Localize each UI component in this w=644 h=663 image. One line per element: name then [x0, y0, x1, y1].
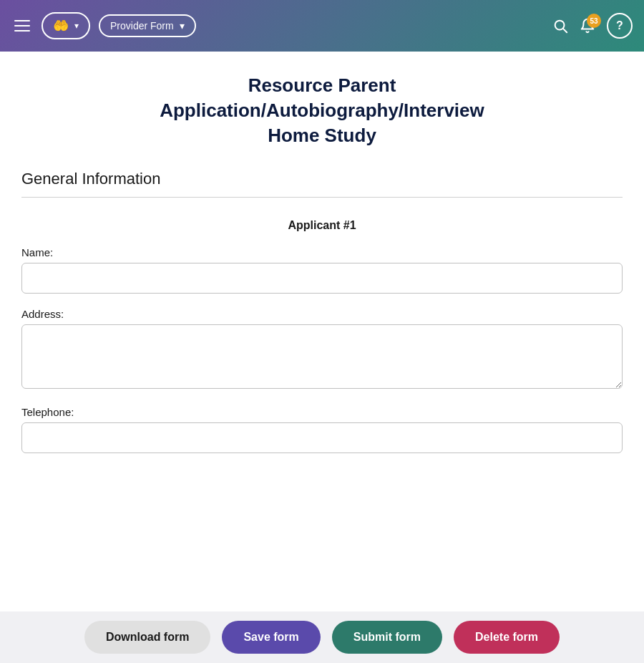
header-right: 53 ?	[552, 13, 633, 39]
notifications-button[interactable]: 53	[580, 18, 595, 34]
applicant-label: Applicant #1	[21, 219, 623, 232]
app-header: 🤲 ▾ Provider Form ▾ 53 ?	[0, 0, 644, 52]
submit-form-button[interactable]: Submit form	[332, 621, 442, 654]
download-form-button[interactable]: Download form	[84, 621, 210, 654]
name-label: Name:	[21, 246, 623, 258]
logo-button[interactable]: 🤲 ▾	[42, 12, 90, 39]
provider-form-button[interactable]: Provider Form ▾	[99, 14, 196, 37]
help-button[interactable]: ?	[607, 13, 633, 39]
name-input[interactable]	[21, 263, 623, 294]
name-field-group: Name:	[21, 246, 623, 294]
telephone-input[interactable]	[21, 422, 623, 453]
telephone-label: Telephone:	[21, 406, 623, 418]
section-title: General Information	[21, 170, 623, 188]
notification-badge: 53	[587, 14, 601, 28]
action-bar: Download form Save form Submit form Dele…	[0, 611, 644, 663]
main-content: Resource Parent Application/Autobiograph…	[0, 52, 644, 611]
hamburger-menu-button[interactable]	[11, 17, 33, 34]
svg-line-1	[563, 29, 567, 32]
help-label: ?	[616, 19, 623, 32]
address-label: Address:	[21, 308, 623, 320]
save-form-button[interactable]: Save form	[222, 621, 320, 654]
provider-chevron-icon: ▾	[180, 20, 185, 32]
address-field-group: Address:	[21, 308, 623, 392]
provider-form-label: Provider Form	[110, 20, 174, 32]
search-button[interactable]	[552, 18, 568, 34]
header-left: 🤲 ▾ Provider Form ▾	[11, 12, 196, 39]
logo-icon: 🤲	[53, 18, 69, 34]
address-input[interactable]	[21, 324, 623, 389]
page-title: Resource Parent Application/Autobiograph…	[21, 73, 623, 148]
section-divider	[21, 197, 623, 198]
logo-chevron-icon: ▾	[74, 21, 79, 31]
telephone-field-group: Telephone:	[21, 406, 623, 453]
delete-form-button[interactable]: Delete form	[454, 621, 560, 654]
